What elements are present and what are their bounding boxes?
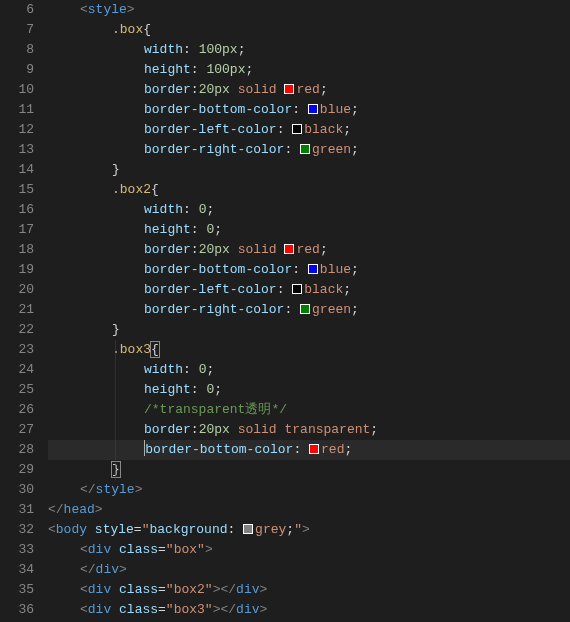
token-punc — [111, 542, 119, 557]
line-number: 32 — [0, 520, 34, 540]
token-val: blue — [320, 262, 351, 277]
code-line[interactable]: <div class="box"> — [48, 540, 570, 560]
code-line[interactable]: .box2{ — [48, 180, 570, 200]
token-punc — [277, 242, 285, 257]
code-line[interactable]: } — [48, 160, 570, 180]
token-punc: : — [277, 122, 293, 137]
token-brace: } — [112, 322, 120, 337]
token-prop: border-bottom-color — [145, 442, 293, 457]
token-cmt: /*transparent透明*/ — [144, 402, 287, 417]
token-val: black — [304, 282, 343, 297]
token-punc: : — [183, 42, 199, 57]
code-line[interactable]: border-bottom-color: red; — [48, 440, 570, 460]
line-number: 31 — [0, 500, 34, 520]
token-punc — [230, 422, 238, 437]
code-editor[interactable]: 6789101112131415161718192021222324252627… — [0, 0, 570, 622]
token-prop: width — [144, 42, 183, 57]
indent-guide — [115, 340, 116, 480]
token-punc: = — [158, 582, 166, 597]
line-number: 18 — [0, 240, 34, 260]
token-punc: : — [183, 362, 199, 377]
code-line[interactable]: height: 100px; — [48, 60, 570, 80]
code-line[interactable]: </style> — [48, 480, 570, 500]
code-line[interactable]: border-right-color: green; — [48, 300, 570, 320]
code-line[interactable]: width: 0; — [48, 200, 570, 220]
code-line[interactable]: border-right-color: green; — [48, 140, 570, 160]
code-line[interactable]: border:20px solid transparent; — [48, 420, 570, 440]
token-val: solid — [238, 82, 277, 97]
token-elem: div — [88, 542, 111, 557]
token-punc: = — [158, 602, 166, 617]
code-line[interactable]: } — [48, 460, 570, 480]
token-punc: ; — [351, 142, 359, 157]
code-line[interactable]: </head> — [48, 500, 570, 520]
code-line[interactable]: border:20px solid red; — [48, 80, 570, 100]
code-line[interactable]: border-bottom-color: blue; — [48, 260, 570, 280]
code-line[interactable]: width: 100px; — [48, 40, 570, 60]
color-swatch[interactable] — [308, 104, 318, 114]
color-swatch[interactable] — [300, 304, 310, 314]
token-punc: = — [158, 542, 166, 557]
token-val: blue — [320, 102, 351, 117]
token-prop: height — [144, 382, 191, 397]
code-line[interactable]: <div class="box2"></div> — [48, 580, 570, 600]
code-line[interactable]: border:20px solid red; — [48, 240, 570, 260]
token-val: green — [312, 302, 351, 317]
code-line[interactable]: <div class="box3"></div> — [48, 600, 570, 620]
color-swatch[interactable] — [309, 444, 319, 454]
token-tag: < — [80, 542, 88, 557]
token-prop: border-left-color — [144, 122, 277, 137]
line-number: 34 — [0, 560, 34, 580]
token-tag: </ — [220, 602, 236, 617]
code-line[interactable]: border-left-color: black; — [48, 280, 570, 300]
code-line[interactable]: /*transparent透明*/ — [48, 400, 570, 420]
token-punc: ; — [238, 42, 246, 57]
token-elem: div — [96, 562, 119, 577]
code-line[interactable]: .box{ — [48, 20, 570, 40]
token-val: black — [304, 122, 343, 137]
code-line[interactable]: width: 0; — [48, 360, 570, 380]
code-line[interactable]: <body style="background: grey;"> — [48, 520, 570, 540]
code-line[interactable]: } — [48, 320, 570, 340]
token-str: "box3" — [166, 602, 213, 617]
token-elem: div — [88, 602, 111, 617]
color-swatch[interactable] — [243, 524, 253, 534]
code-area[interactable]: <style>.box{width: 100px;height: 100px;b… — [48, 0, 570, 622]
token-punc: ; — [351, 302, 359, 317]
color-swatch[interactable] — [292, 284, 302, 294]
line-number: 11 — [0, 100, 34, 120]
token-elem: style — [88, 2, 127, 17]
line-number: 6 — [0, 0, 34, 20]
line-number: 15 — [0, 180, 34, 200]
code-line[interactable]: height: 0; — [48, 380, 570, 400]
color-swatch[interactable] — [308, 264, 318, 274]
color-swatch[interactable] — [292, 124, 302, 134]
token-tag: > — [127, 2, 135, 17]
color-swatch[interactable] — [284, 84, 294, 94]
color-swatch[interactable] — [300, 144, 310, 154]
color-swatch[interactable] — [284, 244, 294, 254]
token-prop: border-bottom-color — [144, 262, 292, 277]
code-line[interactable]: border-bottom-color: blue; — [48, 100, 570, 120]
line-number: 20 — [0, 280, 34, 300]
token-brace: } — [112, 162, 120, 177]
code-line[interactable]: height: 0; — [48, 220, 570, 240]
token-punc: ; — [351, 102, 359, 117]
line-number: 24 — [0, 360, 34, 380]
line-number: 10 — [0, 80, 34, 100]
code-line[interactable]: .box3{ — [48, 340, 570, 360]
token-val: solid — [238, 242, 277, 257]
line-number: 13 — [0, 140, 34, 160]
token-num: 100px — [199, 42, 238, 57]
code-line[interactable]: </div> — [48, 560, 570, 580]
token-punc: ; — [286, 522, 294, 537]
code-line[interactable]: <style> — [48, 0, 570, 20]
token-brace-match: { — [150, 341, 160, 358]
token-tag: > — [205, 542, 213, 557]
token-tag: < — [80, 2, 88, 17]
token-tag: > — [95, 502, 103, 517]
line-number-gutter: 6789101112131415161718192021222324252627… — [0, 0, 48, 622]
code-line[interactable]: border-left-color: black; — [48, 120, 570, 140]
token-punc: ; — [320, 82, 328, 97]
line-number: 22 — [0, 320, 34, 340]
